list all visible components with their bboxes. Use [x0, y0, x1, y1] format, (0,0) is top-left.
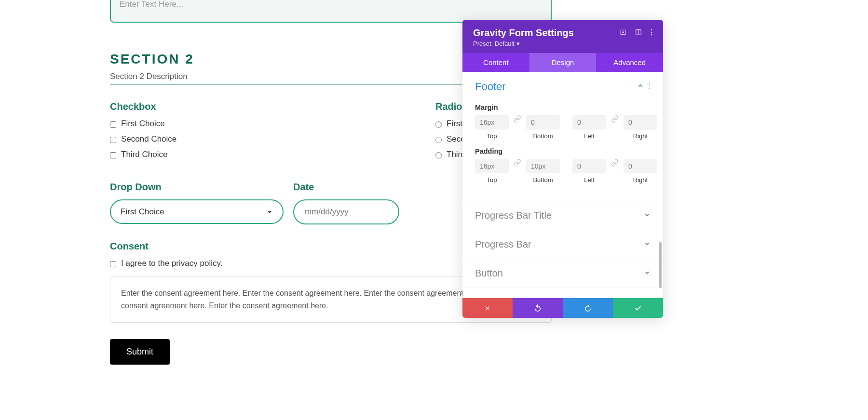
checkbox-choice-1[interactable]	[110, 121, 116, 128]
panel-preset[interactable]: Preset: Default ▾	[473, 40, 652, 47]
padding-label: Padding	[475, 147, 651, 155]
svg-point-8	[649, 85, 651, 87]
consent-checkbox[interactable]	[110, 261, 116, 267]
margin-top-sublabel: Top	[487, 132, 497, 140]
footer-section-title: Footer	[475, 80, 506, 93]
split-view-icon[interactable]	[635, 29, 642, 38]
scrollbar[interactable]	[659, 242, 662, 288]
padding-top-input[interactable]	[475, 159, 509, 173]
progress-bar-title-section[interactable]: Progress Bar Title	[462, 201, 663, 230]
svg-point-5	[651, 31, 652, 33]
fullscreen-icon[interactable]	[620, 29, 626, 38]
margin-bottom-sublabel: Bottom	[533, 132, 553, 140]
close-button[interactable]	[462, 298, 513, 318]
dropdown-field-label: Drop Down	[110, 182, 284, 193]
link-icon[interactable]	[514, 115, 521, 124]
link-icon[interactable]	[611, 159, 619, 168]
tab-design[interactable]: Design	[529, 53, 597, 72]
margin-left-input[interactable]	[572, 115, 606, 130]
footer-section-header[interactable]: Footer	[462, 72, 663, 102]
submit-button[interactable]: Submit	[110, 339, 170, 365]
chevron-down-icon	[644, 211, 651, 220]
undo-button[interactable]	[513, 298, 563, 318]
chevron-down-icon	[644, 240, 651, 249]
checkbox-choice-3-label: Third Choice	[121, 150, 167, 159]
text-entry-field[interactable]	[110, 0, 552, 23]
svg-point-6	[651, 34, 652, 35]
checkbox-choice-3[interactable]	[110, 152, 116, 158]
radio-choice-2[interactable]	[435, 137, 442, 143]
margin-right-input[interactable]	[624, 115, 657, 130]
padding-top-sublabel: Top	[487, 176, 497, 184]
link-icon[interactable]	[514, 159, 521, 168]
confirm-button[interactable]	[613, 298, 663, 318]
checkbox-choice-2-label: Second Choice	[121, 134, 176, 144]
padding-right-input[interactable]	[624, 159, 657, 173]
radio-choice-1[interactable]	[435, 121, 442, 128]
svg-point-4	[651, 29, 652, 30]
svg-point-7	[649, 82, 651, 84]
checkbox-field-label: Checkbox	[110, 101, 312, 112]
svg-point-9	[649, 88, 651, 89]
chevron-down-icon	[644, 269, 651, 278]
radio-choice-3[interactable]	[435, 152, 442, 158]
redo-button[interactable]	[563, 298, 613, 318]
padding-right-sublabel: Right	[633, 176, 648, 184]
margin-left-sublabel: Left	[584, 132, 595, 140]
link-icon[interactable]	[611, 115, 619, 124]
margin-bottom-input[interactable]	[526, 115, 560, 130]
consent-checkbox-label: I agree to the privacy policy.	[121, 259, 222, 268]
settings-panel: Gravity Form Settings Preset: Default ▾ …	[462, 20, 663, 318]
margin-right-sublabel: Right	[633, 132, 648, 140]
preset-caret-icon: ▾	[516, 40, 520, 47]
padding-bottom-input[interactable]	[526, 159, 560, 173]
progress-bar-section[interactable]: Progress Bar	[462, 230, 663, 259]
padding-left-input[interactable]	[572, 159, 606, 173]
button-section[interactable]: Button	[462, 259, 663, 288]
date-field-label: Date	[293, 182, 399, 193]
section-more-icon[interactable]	[649, 82, 651, 91]
dropdown-select[interactable]: First Choice	[110, 199, 284, 224]
tab-advanced[interactable]: Advanced	[596, 53, 663, 72]
padding-left-sublabel: Left	[584, 176, 595, 184]
checkbox-choice-2[interactable]	[110, 137, 116, 143]
padding-bottom-sublabel: Bottom	[533, 176, 553, 184]
date-input[interactable]	[293, 199, 399, 224]
chevron-up-icon	[637, 82, 644, 91]
more-menu-icon[interactable]	[651, 29, 652, 38]
confirmation-section[interactable]: Confirmation Message	[462, 288, 663, 298]
panel-title: Gravity Form Settings	[473, 27, 574, 39]
tab-content[interactable]: Content	[462, 53, 529, 72]
checkbox-choice-1-label: First Choice	[121, 119, 165, 129]
margin-top-input[interactable]	[475, 115, 509, 130]
svg-point-1	[623, 31, 624, 32]
margin-label: Margin	[475, 104, 651, 111]
